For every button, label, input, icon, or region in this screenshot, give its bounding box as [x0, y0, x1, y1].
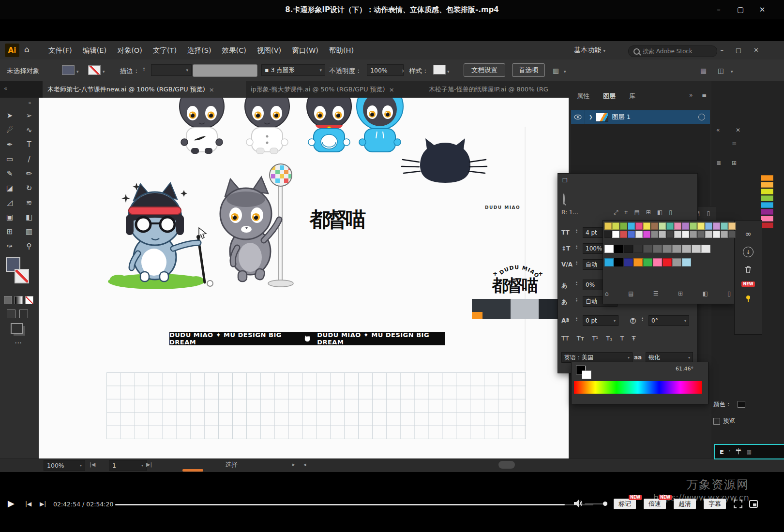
stroke-weight-field[interactable]: ▾ — [151, 64, 192, 76]
dock-collapse-icon[interactable]: « — [716, 127, 720, 133]
menu-item[interactable]: 文字(T) — [153, 46, 177, 55]
fill-color-swatch[interactable] — [62, 65, 75, 75]
app-close-icon[interactable]: ✕ — [754, 46, 759, 54]
artboard-select[interactable]: 1 ▾ — [109, 460, 147, 471]
align-icon[interactable]: ▥ — [553, 67, 559, 74]
swatch[interactable] — [663, 258, 672, 266]
brand-banner[interactable]: DUDU MIAO ✦ MU DESIGN BIG DREAM DUDU MIA… — [169, 332, 445, 345]
new-group-icon[interactable]: ⊞ — [678, 290, 683, 297]
swatch[interactable] — [633, 258, 643, 266]
swatch[interactable] — [653, 258, 662, 266]
swatch[interactable] — [628, 231, 635, 238]
swatch[interactable] — [666, 222, 674, 230]
packaging-mockup-dark[interactable] — [472, 299, 511, 319]
preview-checkbox[interactable] — [713, 418, 720, 425]
color-mode-icon[interactable] — [4, 296, 12, 304]
chevron-down-icon[interactable]: ▾ — [731, 69, 733, 74]
stepper-down-icon[interactable]: ▾ — [576, 318, 577, 322]
swatch[interactable] — [682, 245, 691, 253]
swatch[interactable] — [624, 258, 633, 266]
packaging-mockup-light[interactable] — [511, 299, 539, 319]
delete-swatch-icon[interactable]: ▯ — [727, 290, 731, 297]
swatch[interactable] — [620, 231, 627, 238]
type-style-toggle[interactable]: TT — [561, 335, 569, 342]
document-tab[interactable]: 木松子旭-怪兽的纸牌屋IP.ai @ 800% (RG — [424, 81, 578, 98]
swatch[interactable] — [728, 231, 736, 238]
magic-wand-tool[interactable]: ☄ — [6, 126, 13, 134]
type-style-toggle[interactable]: Tт — [577, 335, 585, 342]
menu-item[interactable]: 对象(O) — [117, 46, 142, 55]
menu-item[interactable]: 效果(C) — [222, 46, 246, 55]
delete-icon[interactable]: ▯ — [669, 209, 672, 216]
visibility-toggle[interactable] — [571, 115, 585, 119]
app-minimize-icon[interactable]: – — [721, 46, 724, 54]
dock-close-icon[interactable]: ✕ — [736, 127, 740, 133]
free-transform-tool[interactable]: ▣ — [6, 213, 13, 222]
scale-tool[interactable]: ◿ — [7, 198, 13, 207]
swatch[interactable] — [659, 231, 666, 238]
play-button[interactable]: ▶ — [8, 498, 15, 508]
artboard-canvas[interactable]: DUDU MIAO + + 都督喵 都督喵 DUDU MIAO DUDU MIA… — [39, 98, 569, 458]
char-rotate-field[interactable]: 0°▾ — [648, 315, 689, 326]
ime-mode[interactable]: E — [720, 448, 724, 456]
swatch[interactable] — [651, 222, 658, 230]
ime-width[interactable]: 半 — [735, 447, 741, 456]
swatch[interactable] — [612, 231, 619, 238]
stepper-down-icon[interactable]: ▾ — [576, 299, 577, 302]
document-tab[interactable]: ip形象-熊大梦课件.ai @ 50% (RGB/GPU 预览) × — [246, 81, 434, 98]
type-style-toggle[interactable]: T¹ — [592, 335, 598, 342]
swatch[interactable] — [761, 195, 773, 201]
new-swatch-icon[interactable]: ◧ — [703, 290, 708, 297]
swatch[interactable] — [628, 222, 635, 230]
swatch[interactable] — [643, 245, 652, 253]
swatch[interactable] — [620, 222, 627, 230]
brush-select[interactable]: ▪ 3 点圆形 ▾ — [261, 64, 325, 76]
swatch[interactable] — [624, 245, 633, 253]
mini-player-icon[interactable] — [749, 500, 758, 508]
width-tool[interactable]: ≋ — [26, 198, 32, 207]
add-icon[interactable]: ⊞ — [646, 209, 651, 216]
volume-icon[interactable] — [573, 499, 583, 508]
swatch[interactable] — [705, 231, 712, 238]
menu-item[interactable]: 文件(F) — [48, 46, 72, 55]
more-tools-icon[interactable]: ⋯ — [15, 339, 22, 347]
swatch[interactable] — [713, 231, 720, 238]
selection-tool[interactable]: ➤ — [7, 111, 13, 120]
draw-behind-icon[interactable] — [19, 310, 28, 318]
antialias-select[interactable]: 锐化▾ — [646, 352, 693, 363]
close-icon[interactable]: ✕ — [755, 0, 769, 19]
export-icon[interactable]: ⤢ — [614, 209, 618, 216]
options-icon[interactable]: ◧ — [657, 209, 663, 216]
layer-target-icon[interactable] — [698, 114, 705, 120]
document-setup-button[interactable]: 文档设置 — [464, 63, 505, 77]
swatch[interactable] — [690, 222, 697, 230]
menu-item[interactable]: 帮助(H) — [329, 46, 354, 55]
shape-builder-tool[interactable]: ◧ — [26, 213, 32, 222]
stepper-down-icon[interactable]: ▾ — [642, 318, 643, 322]
find-font-icon[interactable] — [563, 193, 565, 205]
swatch[interactable] — [643, 258, 652, 266]
swatch[interactable] — [701, 245, 710, 253]
tab-properties[interactable]: 属性 — [577, 92, 589, 101]
swatch[interactable] — [761, 209, 773, 215]
menu-item[interactable]: 编辑(E) — [83, 46, 106, 55]
swatch-options-icon[interactable]: ☰ — [653, 290, 659, 297]
layer-name[interactable]: 图层 1 — [612, 113, 631, 121]
pen-tool[interactable]: ✒ — [7, 140, 13, 149]
stepper-down-icon[interactable]: ▾ — [143, 68, 145, 72]
ime-keyboard-icon[interactable]: ▦ — [746, 449, 751, 455]
arrange-grid-icon[interactable]: ▦ — [700, 67, 707, 74]
dock-menu-icon[interactable]: ≡ — [732, 140, 737, 147]
toolbar-collapse-icon[interactable]: « — [28, 100, 31, 106]
swatch[interactable] — [604, 245, 614, 253]
list-icon[interactable]: ▤ — [634, 209, 639, 216]
swatch[interactable] — [682, 222, 689, 230]
delete-layer-icon[interactable]: ▯ — [707, 210, 710, 217]
gradient-tool[interactable]: ▥ — [26, 227, 32, 236]
zoom-tool[interactable]: ⚲ — [27, 242, 32, 251]
pencil-tool[interactable]: ✏ — [26, 169, 32, 178]
dock-icon[interactable]: ◫ — [718, 67, 724, 74]
subtitle-button[interactable]: 字幕 — [704, 499, 726, 509]
tab-close-icon[interactable]: × — [209, 86, 214, 93]
trash-icon[interactable] — [745, 266, 752, 273]
